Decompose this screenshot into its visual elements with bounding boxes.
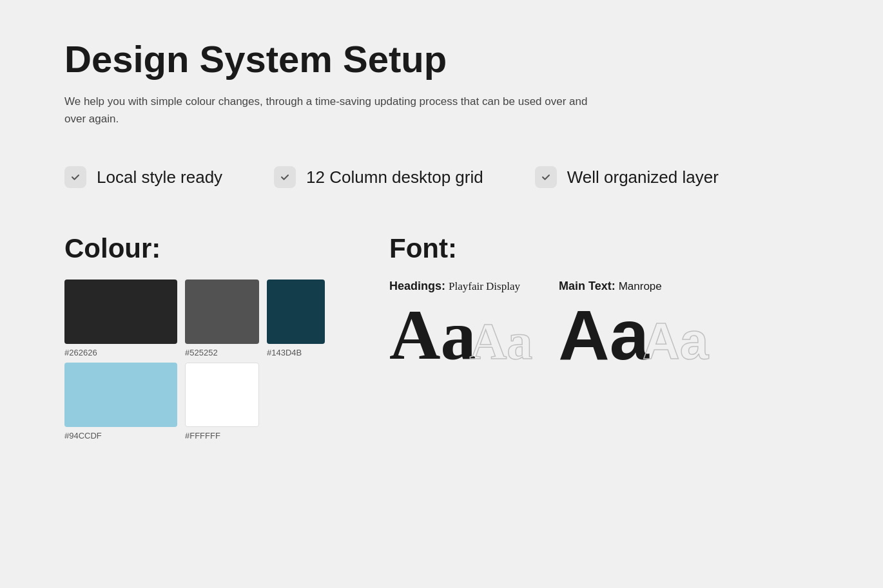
colour-row-1: #262626 #525252 #143D4B bbox=[64, 280, 325, 357]
page-title: Design System Setup bbox=[64, 39, 819, 80]
serif-aa-large: Aa bbox=[389, 299, 476, 370]
colour-section: Colour: #262626 #525252 #143D4B bbox=[64, 233, 325, 441]
colour-hex-gray: #525252 bbox=[185, 348, 259, 357]
main-text-font-name: Manrope bbox=[619, 280, 662, 292]
swatch-262626: #262626 bbox=[64, 280, 177, 357]
colour-hex-teal-dark: #143D4B bbox=[267, 348, 325, 357]
bottom-section: Colour: #262626 #525252 #143D4B bbox=[64, 233, 819, 441]
swatch-143d4b: #143D4B bbox=[267, 280, 325, 357]
feature-label-organized-layer: Well organized layer bbox=[567, 167, 719, 187]
font-section-title: Font: bbox=[389, 233, 819, 264]
feature-label-column-grid: 12 Column desktop grid bbox=[306, 167, 483, 187]
check-icon-2 bbox=[280, 172, 290, 182]
check-icon bbox=[70, 172, 81, 182]
headings-font-name: Playfair Display bbox=[449, 280, 520, 292]
sans-font-display: Aa Aa bbox=[558, 299, 708, 370]
serif-aa-outline: Aa bbox=[469, 316, 532, 367]
font-section: Font: Headings: Playfair Display Main Te… bbox=[389, 233, 819, 370]
colour-swatch-teal-light bbox=[64, 363, 177, 427]
headings-font-info: Headings: Playfair Display bbox=[389, 280, 520, 293]
colour-swatch-gray bbox=[185, 280, 259, 344]
font-info-row: Headings: Playfair Display Main Text: Ma… bbox=[389, 280, 819, 293]
serif-font-display: Aa Aa bbox=[389, 299, 532, 370]
sans-aa-outline: Aa bbox=[643, 316, 708, 367]
colour-swatch-dark bbox=[64, 280, 177, 344]
colour-row-2: #94CCDF #FFFFFF bbox=[64, 363, 325, 441]
sans-aa-large: Aa bbox=[558, 299, 649, 370]
feature-local-style: Local style ready bbox=[64, 166, 222, 188]
colour-hex-teal-light: #94CCDF bbox=[64, 431, 177, 441]
main-text-label: Main Text: bbox=[559, 280, 616, 292]
swatch-94ccdf: #94CCDF bbox=[64, 363, 177, 441]
main-text-font-info: Main Text: Manrope bbox=[559, 280, 662, 293]
feature-column-grid: 12 Column desktop grid bbox=[274, 166, 483, 188]
page-subtitle: We help you with simple colour changes, … bbox=[64, 93, 593, 128]
feature-organized-layer: Well organized layer bbox=[535, 166, 719, 188]
headings-label: Headings: bbox=[389, 280, 445, 292]
check-icon-3 bbox=[541, 172, 551, 182]
check-badge-column-grid bbox=[274, 166, 296, 188]
features-row: Local style ready 12 Column desktop grid… bbox=[64, 166, 819, 188]
page-container: Design System Setup We help you with sim… bbox=[0, 0, 883, 479]
feature-label-local-style: Local style ready bbox=[97, 167, 222, 187]
check-badge-local-style bbox=[64, 166, 86, 188]
colour-hex-dark: #262626 bbox=[64, 348, 177, 357]
colour-hex-white: #FFFFFF bbox=[185, 431, 259, 441]
colour-swatch-white bbox=[185, 363, 259, 427]
font-display-row: Aa Aa Aa Aa bbox=[389, 299, 819, 370]
swatch-525252: #525252 bbox=[185, 280, 259, 357]
check-badge-organized-layer bbox=[535, 166, 557, 188]
colour-section-title: Colour: bbox=[64, 233, 325, 264]
colour-swatch-teal-dark bbox=[267, 280, 325, 344]
swatch-ffffff: #FFFFFF bbox=[185, 363, 259, 441]
